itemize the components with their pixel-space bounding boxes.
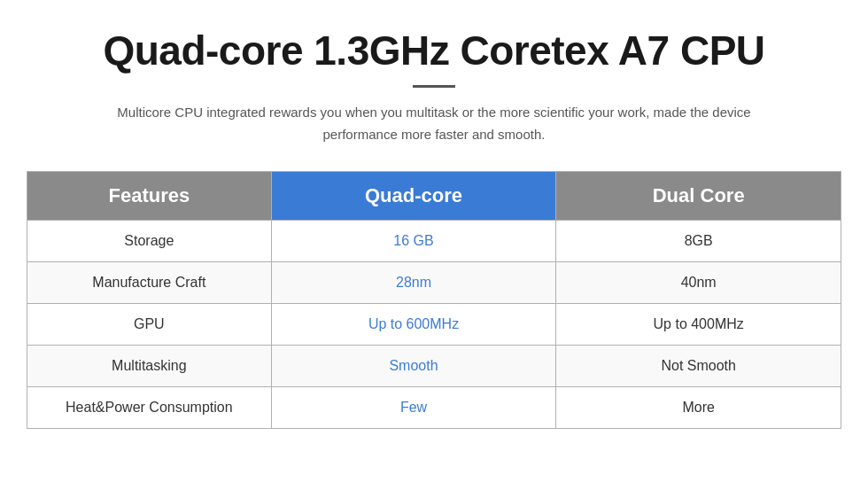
header-dual: Dual Core [556, 171, 841, 220]
table-row: Storage16 GB8GB [27, 220, 841, 261]
quad-value: 16 GB [271, 220, 556, 261]
table-row: GPUUp to 600MHzUp to 400MHz [27, 303, 841, 345]
feature-label: Storage [27, 220, 272, 261]
table-row: MultitaskingSmoothNot Smooth [27, 345, 841, 386]
dual-value: 40nm [556, 261, 841, 303]
table-header-row: Features Quad-core Dual Core [27, 171, 841, 220]
dual-value: Up to 400MHz [556, 303, 841, 345]
dual-value: More [556, 386, 841, 428]
quad-value: Up to 600MHz [271, 303, 556, 345]
title-divider [413, 85, 455, 88]
dual-value: Not Smooth [556, 345, 841, 386]
feature-label: Manufacture Craft [27, 261, 272, 303]
page-title: Quad-core 1.3GHz Coretex A7 CPU [103, 27, 764, 74]
header-quad: Quad-core [271, 171, 556, 220]
page-subtitle: Multicore CPU integrated rewards you whe… [89, 102, 779, 146]
feature-label: GPU [27, 303, 272, 345]
comparison-table: Features Quad-core Dual Core Storage16 G… [27, 171, 841, 429]
feature-label: Multitasking [27, 345, 272, 386]
quad-value: Smooth [271, 345, 556, 386]
quad-value: Few [271, 386, 556, 428]
quad-value: 28nm [271, 261, 556, 303]
header-features: Features [27, 171, 272, 220]
table-row: Heat&Power ConsumptionFewMore [27, 386, 841, 428]
table-row: Manufacture Craft28nm40nm [27, 261, 841, 303]
dual-value: 8GB [556, 220, 841, 261]
feature-label: Heat&Power Consumption [27, 386, 272, 428]
